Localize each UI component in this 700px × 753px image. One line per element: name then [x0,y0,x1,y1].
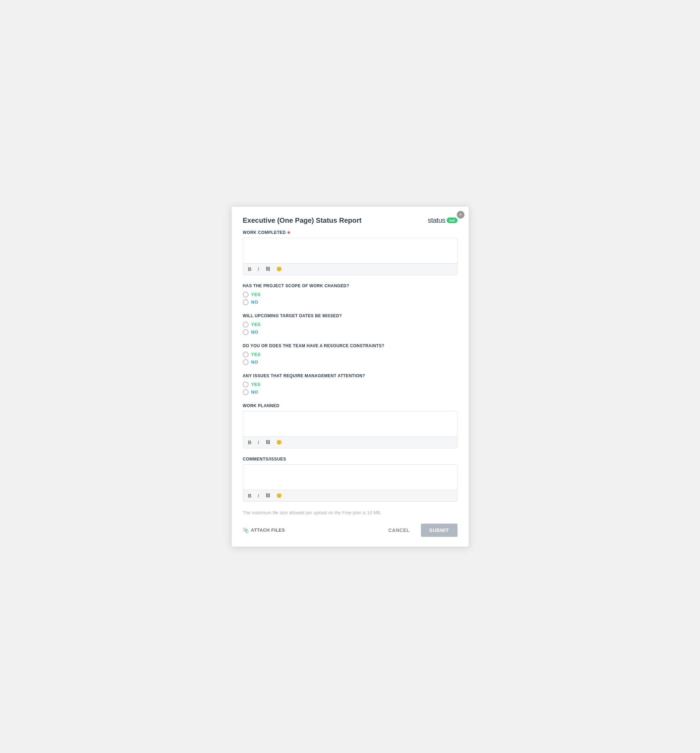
question4-section: ANY ISSUES THAT REQUIRE MANAGEMENT ATTEN… [243,373,457,395]
modal-title: Executive (One Page) Status Report [243,217,362,225]
comments-editor: B I ⛓ 🙂 [243,464,457,501]
question2-no-label: NO [251,330,259,335]
question4-no-label: NO [251,389,259,395]
brand-logo: status net [428,217,457,225]
emoji-button-1[interactable]: 🙂 [275,266,283,272]
modal-title-group: Executive (One Page) Status Report [243,217,362,225]
brand-badge: net [447,217,457,223]
footer-note: The maximum file size allowed per upload… [243,510,457,515]
question4-label: ANY ISSUES THAT REQUIRE MANAGEMENT ATTEN… [243,373,457,378]
attach-files-button[interactable]: 📎 ATTACH FILES [243,528,285,533]
question4-no-radio[interactable] [243,389,248,395]
link-button-3[interactable]: ⛓ [264,492,271,499]
question1-no-label: NO [251,300,259,305]
question4-no-option[interactable]: NO [243,389,457,395]
work-completed-editor: B I ⛓ 🙂 [243,238,457,275]
close-button[interactable]: × [457,211,465,219]
question2-yes-option[interactable]: YES [243,322,457,327]
modal-header: Executive (One Page) Status Report statu… [243,217,457,225]
comments-section: COMMENTS/ISSUES B I ⛓ 🙂 [243,457,457,501]
brand-text: status [428,217,445,225]
cancel-button[interactable]: CANCEL [383,524,415,536]
question2-label: WILL UPCOMING TARGET DATES BE MISSED? [243,313,457,318]
question1-yes-label: YES [251,292,261,297]
italic-button-1[interactable]: I [256,266,260,273]
work-completed-input[interactable] [243,238,457,262]
question4-yes-label: YES [251,382,261,387]
question3-yes-option[interactable]: YES [243,352,457,357]
paperclip-icon: 📎 [243,528,249,533]
attach-label: ATTACH FILES [251,528,285,533]
question2-section: WILL UPCOMING TARGET DATES BE MISSED? YE… [243,313,457,335]
question3-no-label: NO [251,359,259,365]
work-completed-section: WORK COMPLETED★ B I ⛓ 🙂 [243,230,457,275]
question1-no-radio[interactable] [243,300,248,305]
link-button-2[interactable]: ⛓ [264,439,271,445]
work-planned-editor: B I ⛓ 🙂 [243,411,457,448]
question3-no-radio[interactable] [243,359,248,365]
question3-label: DO YOU OR DOES THE TEAM HAVE A RESOURCE … [243,344,457,348]
question3-no-option[interactable]: NO [243,359,457,365]
question4-yes-radio[interactable] [243,382,248,387]
question1-section: HAS THE PROJECT SCOPE OF WORK CHANGED? Y… [243,283,457,305]
question3-radio-group: YES NO [243,352,457,365]
question1-label: HAS THE PROJECT SCOPE OF WORK CHANGED? [243,283,457,288]
comments-label: COMMENTS/ISSUES [243,457,457,462]
work-planned-toolbar: B I ⛓ 🙂 [243,436,457,448]
question1-radio-group: YES NO [243,292,457,305]
work-planned-input[interactable] [243,411,457,435]
question3-section: DO YOU OR DOES THE TEAM HAVE A RESOURCE … [243,344,457,365]
question2-radio-group: YES NO [243,322,457,335]
bold-button-2[interactable]: B [247,439,253,446]
work-planned-section: WORK PLANNED B I ⛓ 🙂 [243,403,457,448]
question1-no-option[interactable]: NO [243,300,457,305]
footer-action-buttons: CANCEL SUBMIT [383,523,457,537]
bold-button-1[interactable]: B [247,266,253,273]
question2-no-option[interactable]: NO [243,330,457,335]
italic-button-3[interactable]: I [256,492,260,499]
modal-container: Executive (One Page) Status Report statu… [232,207,469,547]
link-button-1[interactable]: ⛓ [264,266,271,272]
question2-no-radio[interactable] [243,330,248,335]
question1-yes-radio[interactable] [243,292,248,297]
comments-input[interactable] [243,465,457,488]
question3-yes-label: YES [251,352,261,357]
question3-yes-radio[interactable] [243,352,248,357]
work-completed-label: WORK COMPLETED★ [243,230,457,235]
question1-yes-option[interactable]: YES [243,292,457,297]
emoji-button-3[interactable]: 🙂 [275,492,283,499]
work-planned-label: WORK PLANNED [243,403,457,408]
question2-yes-label: YES [251,322,261,327]
work-completed-toolbar: B I ⛓ 🙂 [243,263,457,275]
question4-radio-group: YES NO [243,382,457,395]
modal-footer: 📎 ATTACH FILES CANCEL SUBMIT [243,521,457,537]
modal-overlay: Executive (One Page) Status Report statu… [232,207,469,547]
required-star: ★ [287,230,291,235]
italic-button-2[interactable]: I [256,439,260,446]
question4-yes-option[interactable]: YES [243,382,457,387]
emoji-button-2[interactable]: 🙂 [275,439,283,445]
comments-toolbar: B I ⛓ 🙂 [243,490,457,501]
submit-button[interactable]: SUBMIT [421,523,457,537]
question2-yes-radio[interactable] [243,322,248,327]
bold-button-3[interactable]: B [247,492,253,499]
